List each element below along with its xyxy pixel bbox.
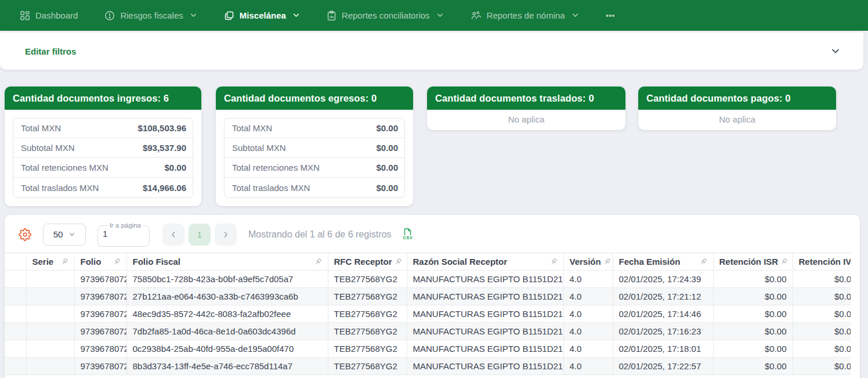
pin-icon[interactable]: [113, 258, 121, 265]
pagination: 1: [162, 224, 237, 246]
prev-page-button[interactable]: [162, 224, 185, 246]
summary-row-label: Subtotal MXN: [21, 143, 75, 153]
cell-rfc: TEB277568YG2: [328, 323, 407, 340]
clipboard-icon: [327, 10, 337, 21]
summary-card-0: Cantidad documentos ingresos: 6Total MXN…: [5, 87, 201, 206]
cell-folio: 9739678072: [74, 305, 126, 323]
cell-razon: MANUFACTURAS EGIPTO B1151D21: [407, 323, 563, 340]
nav-items: DashboardRiesgos fiscalesMisceláneaRepor…: [20, 10, 641, 21]
pin-icon[interactable]: [700, 258, 707, 265]
copy-icon: [224, 10, 234, 21]
cell-ret_isr: $0.00: [713, 323, 793, 340]
nav-item-dashboard[interactable]: Dashboard: [20, 10, 78, 21]
pin-icon[interactable]: [780, 258, 788, 265]
results-panel: 50 Ir a página 1 Mostrando del 1 al 6 de…: [5, 215, 860, 378]
cell-version: 4.0: [563, 340, 613, 358]
nav-item-reportes-conciliatorios[interactable]: Reportes conciliatorios: [327, 10, 444, 21]
column-header-rfc[interactable]: RFC Receptor: [328, 253, 407, 271]
column-header-ret_iva[interactable]: Retención IVA: [793, 253, 851, 271]
cell-serie: [26, 271, 74, 288]
column-header-razon[interactable]: Razón Social Receptor: [407, 253, 563, 271]
summary-row-value: $0.00: [164, 163, 186, 172]
cell-folio: 9739678072: [74, 271, 126, 288]
cell-rfc: TEB277568YG2: [328, 288, 407, 305]
cell-rfc: TEB277568YG2: [328, 271, 407, 288]
next-page-button[interactable]: [215, 224, 237, 246]
pin-icon[interactable]: [61, 258, 68, 265]
documents-table: SerieFolioFolio FiscalRFC ReceptorRazón …: [5, 253, 851, 375]
cell-razon: MANUFACTURAS EGIPTO B1151D21: [407, 358, 563, 375]
cell-version: 4.0: [563, 305, 613, 323]
nav-item-label: •••: [606, 10, 615, 20]
filters-bar[interactable]: Editar filtros: [0, 33, 863, 70]
cell-ret_isr: $0.00: [713, 288, 793, 305]
cell-fecha: 02/01/2025, 17:21:12: [613, 288, 713, 305]
summary-card-title: Cantidad documentos ingresos: 6: [5, 87, 201, 110]
summary-row-value: $0.00: [376, 143, 398, 153]
summary-card-3: Cantidad documentos pagos: 0No aplica: [638, 87, 836, 130]
nav-item-miscel-nea[interactable]: Miscelánea: [224, 10, 300, 21]
cell-folio_fiscal: 7db2fa85-1a0d-46ca-8e1d-0a603dc4396d: [126, 323, 328, 340]
summary-row-label: Total MXN: [232, 123, 272, 133]
cell-serie: [26, 358, 74, 375]
page-1-button[interactable]: 1: [189, 224, 211, 246]
cell-select: [5, 323, 26, 340]
data-table-container[interactable]: SerieFolioFolio FiscalRFC ReceptorRazón …: [5, 253, 851, 375]
cell-ret_iva: $0.00: [793, 271, 851, 288]
export-csv-button[interactable]: CSV: [403, 228, 413, 240]
goto-page-input[interactable]: [103, 229, 138, 239]
cell-ret_iva: $0.00: [793, 340, 851, 358]
chevron-down-icon: [436, 12, 444, 19]
pin-icon[interactable]: [395, 258, 402, 265]
table-row[interactable]: 973967807248ec9d35-8572-442c-8083-fa2afb…: [5, 305, 851, 323]
cell-ret_isr: $0.00: [713, 305, 793, 323]
column-header-fecha[interactable]: Fecha Emisión: [613, 253, 713, 271]
column-header-ret_isr[interactable]: Retención ISR: [713, 253, 793, 271]
summary-row-value: $0.00: [376, 123, 398, 133]
cell-folio: 9739678072: [74, 323, 126, 340]
summary-card-title: Cantidad documentos traslados: 0: [427, 87, 625, 110]
settings-gear-icon[interactable]: [19, 228, 31, 241]
table-row[interactable]: 973967807275850bc1-728b-423a-b0bf-a9ef5c…: [5, 271, 851, 288]
column-header-version[interactable]: Versión: [563, 253, 613, 271]
nav-item-more[interactable]: •••: [606, 10, 615, 20]
summary-row-value: $93,537.90: [143, 143, 186, 153]
summary-card-title: Cantidad documentos egresos: 0: [216, 87, 413, 110]
cell-folio_fiscal: 8b3d3734-13ff-4e5e-a746-ecc785d114a7: [126, 358, 328, 375]
page-size-select[interactable]: 50: [43, 224, 86, 246]
column-header-select[interactable]: [5, 253, 26, 271]
summary-row: Total traslados MXN$14,966.06: [13, 178, 193, 197]
table-header-row: SerieFolioFolio FiscalRFC ReceptorRazón …: [5, 253, 851, 271]
summary-row-label: Total traslados MXN: [232, 183, 310, 193]
cell-folio_fiscal: 75850bc1-728b-423a-b0bf-a9ef5c7d05a7: [126, 271, 328, 288]
chevron-down-icon: [68, 231, 75, 238]
cell-razon: MANUFACTURAS EGIPTO B1151D21: [407, 271, 563, 288]
table-row[interactable]: 97396780720c2938b4-25ab-40fd-955a-de195a…: [5, 340, 851, 358]
column-header-folio_fiscal[interactable]: Folio Fiscal: [126, 253, 328, 271]
cell-version: 4.0: [563, 358, 613, 375]
column-header-serie[interactable]: Serie: [26, 253, 74, 271]
pin-icon[interactable]: [550, 258, 558, 265]
cell-serie: [26, 340, 74, 358]
column-header-folio[interactable]: Folio: [74, 253, 126, 271]
warning-circle-icon: [104, 10, 115, 21]
summary-row-value: $0.00: [376, 163, 398, 172]
nav-item-reportes-de-n-mina[interactable]: Reportes de nómina: [471, 10, 579, 21]
nav-item-riesgos-fiscales[interactable]: Riesgos fiscales: [104, 10, 197, 21]
table-row[interactable]: 97396780727db2fa85-1a0d-46ca-8e1d-0a603d…: [5, 323, 851, 340]
pin-icon[interactable]: [314, 258, 322, 265]
table-row[interactable]: 973967807227b121aa-e064-4630-a33b-c74639…: [5, 288, 851, 305]
cell-ret_iva: $0.00: [793, 323, 851, 340]
chevron-down-icon[interactable]: [831, 46, 840, 56]
nav-item-label: Dashboard: [35, 10, 78, 20]
summary-card-2: Cantidad documentos traslados: 0No aplic…: [427, 87, 625, 130]
cell-select: [5, 340, 26, 358]
cell-fecha: 02/01/2025, 17:18:01: [613, 340, 713, 358]
summary-row: Total retenciones MXN$0.00: [225, 158, 404, 178]
cell-select: [5, 358, 26, 375]
nav-item-label: Reportes conciliatorios: [342, 10, 430, 20]
pin-icon[interactable]: [603, 258, 611, 265]
goto-page-field[interactable]: Ir a página: [97, 222, 150, 247]
table-row[interactable]: 97396780728b3d3734-13ff-4e5e-a746-ecc785…: [5, 358, 851, 375]
edit-filters-link[interactable]: Editar filtros: [25, 46, 76, 56]
